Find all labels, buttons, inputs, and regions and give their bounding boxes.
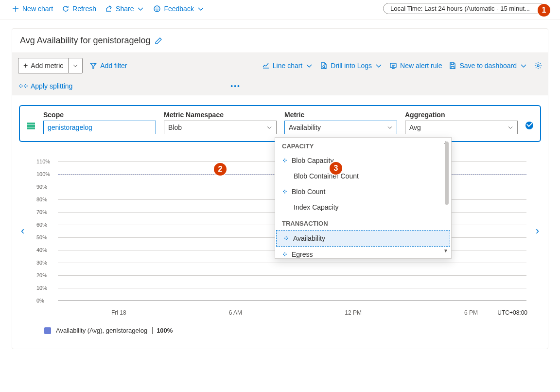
- y-tick: 110%: [36, 159, 50, 164]
- gridline: [58, 187, 276, 187]
- edit-icon[interactable]: [155, 37, 162, 45]
- x-tick: 6 PM: [464, 309, 478, 316]
- chevron-down-icon: [305, 62, 313, 70]
- legend-series-name: Availability (Avg), genistoragelog: [56, 327, 147, 334]
- gridline: [58, 288, 526, 288]
- x-axis-labels: Fri 18 6 AM 12 PM 6 PM: [58, 309, 526, 316]
- legend-series-value: 100%: [152, 327, 173, 334]
- callout-badge-3: 3: [329, 161, 343, 176]
- aggregation-value: Avg: [409, 124, 421, 131]
- add-filter-label: Add filter: [100, 62, 127, 70]
- svg-point-3: [323, 66, 325, 68]
- smiley-icon: [153, 5, 161, 13]
- dd-header-capacity: CAPACITY: [275, 138, 451, 153]
- ellipsis-icon: •••: [230, 82, 241, 90]
- dd-item-index-capacity[interactable]: Index Capacity: [275, 199, 451, 215]
- aggregation-select[interactable]: Avg: [405, 121, 518, 134]
- metric-icon: ⁘: [282, 188, 287, 196]
- dd-item-availability[interactable]: ⁘Availability: [276, 230, 450, 247]
- new-chart-label: New chart: [22, 5, 53, 13]
- y-tick: 20%: [36, 272, 47, 278]
- y-tick: 70%: [36, 209, 47, 215]
- share-button[interactable]: Share: [105, 5, 144, 13]
- drill-logs-label: Drill into Logs: [331, 62, 372, 70]
- x-tick: Fri 18: [111, 309, 126, 316]
- namespace-select[interactable]: Blob: [164, 121, 277, 134]
- metric-icon: ⁘: [282, 157, 287, 164]
- chart-legend: Availability (Avg), genistoragelog 100%: [19, 312, 541, 344]
- resource-icon: [27, 122, 35, 130]
- aggregation-label: Aggregation: [405, 111, 518, 119]
- metric-valid-icon: [525, 122, 533, 129]
- apply-splitting-button[interactable]: ⁘⁘ Apply splitting: [18, 82, 72, 90]
- line-chart-button[interactable]: Line chart: [262, 62, 313, 70]
- alert-icon: [389, 62, 397, 70]
- more-button[interactable]: •••: [230, 82, 241, 90]
- metric-value: Availability: [289, 124, 321, 131]
- time-range-pill[interactable]: Local Time: Last 24 hours (Automatic - 1…: [383, 3, 548, 14]
- x-tick: 6 AM: [229, 309, 242, 316]
- card-title-text: Avg Availability for genistoragelog: [20, 36, 151, 46]
- share-icon: [105, 5, 113, 13]
- metric-select[interactable]: Availability: [284, 121, 397, 134]
- settings-button[interactable]: [534, 62, 542, 70]
- chevron-down-icon: [520, 62, 527, 70]
- dd-item-blob-capacity[interactable]: ⁘Blob Capacity: [275, 153, 451, 168]
- plus-icon: [12, 5, 19, 13]
- dd-item-blob-container-count[interactable]: Blob Container Count: [275, 168, 451, 184]
- y-tick: 100%: [36, 171, 50, 177]
- y-tick: 40%: [36, 247, 47, 253]
- gridline: [452, 174, 526, 175]
- card-toolbar: + Add metric Add filter Line chart Drill…: [12, 53, 548, 95]
- refresh-icon: [62, 5, 70, 13]
- chart-next-button[interactable]: ›: [536, 225, 539, 237]
- refresh-label: Refresh: [72, 5, 96, 13]
- svg-rect-6: [27, 123, 35, 125]
- refresh-button[interactable]: Refresh: [62, 5, 96, 13]
- y-tick: 60%: [36, 222, 47, 228]
- add-filter-button[interactable]: Add filter: [89, 62, 127, 70]
- top-toolbar: New chart Refresh Share Feedback Local T…: [0, 0, 560, 19]
- dropdown-scrollbar[interactable]: ▲ ▼: [443, 141, 450, 252]
- save-dashboard-button[interactable]: Save to dashboard: [449, 62, 527, 70]
- gridline: [58, 275, 526, 276]
- time-range-text: Local Time: Last 24 hours (Automatic - 1…: [390, 5, 530, 12]
- line-chart-icon: [262, 62, 270, 70]
- dd-item-egress[interactable]: ⁘Egress: [275, 247, 451, 258]
- scroll-down-icon: ▼: [443, 248, 448, 253]
- svg-rect-7: [27, 125, 35, 127]
- y-tick: 0%: [36, 298, 44, 303]
- chevron-down-icon: [375, 62, 383, 70]
- namespace-value: Blob: [168, 124, 182, 131]
- chevron-down-icon: [197, 5, 205, 13]
- svg-rect-8: [27, 127, 35, 129]
- add-metric-dropdown[interactable]: [68, 58, 83, 73]
- gridline: [58, 161, 276, 162]
- metric-dropdown: CAPACITY ⁘Blob Capacity Blob Container C…: [275, 137, 452, 259]
- card-title-row: Avg Availability for genistoragelog: [12, 29, 548, 53]
- gridline: [452, 161, 526, 162]
- gridline: [452, 187, 526, 187]
- svg-point-2: [158, 8, 158, 8]
- new-alert-button[interactable]: New alert rule: [389, 62, 442, 70]
- gridline: [58, 174, 276, 175]
- apply-splitting-label: Apply splitting: [31, 82, 72, 90]
- scrollbar-thumb[interactable]: [445, 142, 449, 205]
- scope-input[interactable]: [43, 121, 156, 134]
- save-icon: [449, 62, 456, 70]
- svg-point-5: [537, 65, 539, 67]
- gridline: [58, 263, 526, 263]
- baseline: [58, 301, 526, 301]
- chart-prev-button[interactable]: ‹: [21, 225, 24, 237]
- metric-icon: ⁘: [283, 234, 288, 242]
- line-chart-label: Line chart: [273, 62, 302, 70]
- dd-item-blob-count[interactable]: ⁘Blob Count: [275, 184, 451, 199]
- chevron-down-icon: [266, 125, 272, 130]
- metric-icon: ⁘: [282, 250, 287, 258]
- drill-logs-button[interactable]: Drill into Logs: [320, 62, 383, 70]
- add-metric-button[interactable]: + Add metric: [18, 58, 68, 73]
- new-chart-button[interactable]: New chart: [12, 5, 53, 13]
- y-tick: 10%: [36, 285, 47, 291]
- feedback-button[interactable]: Feedback: [153, 5, 204, 13]
- timezone-label: UTC+08:00: [497, 309, 527, 316]
